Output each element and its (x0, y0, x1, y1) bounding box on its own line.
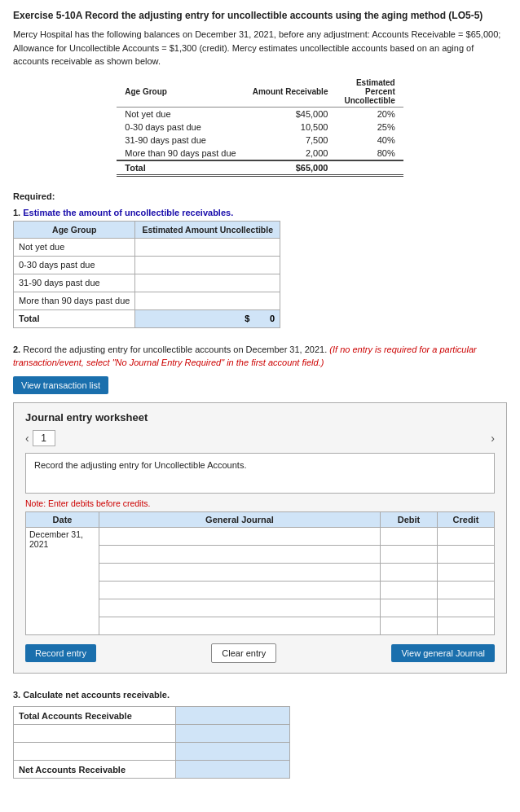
journal-gj-cell[interactable] (99, 581, 381, 599)
journal-gj-cell[interactable] (99, 563, 381, 581)
journal-credit-cell[interactable] (438, 617, 495, 634)
note-text: Note: Enter debits before credits. (25, 498, 495, 508)
aging-amount: 10,500 (245, 121, 337, 134)
journal-col-date: Date (26, 511, 99, 527)
journal-debit-cell[interactable] (381, 563, 438, 581)
est-table-row: More than 90 days past due (14, 292, 280, 309)
net-ar-row: Total Accounts Receivable (14, 707, 290, 725)
clear-entry-button[interactable]: Clear entry (211, 643, 276, 663)
est-age-label: More than 90 days past due (14, 292, 135, 309)
journal-col-credit: Credit (438, 511, 495, 527)
prev-page-arrow[interactable]: ‹ (25, 432, 29, 445)
aging-age-group: More than 90 days past due (117, 147, 244, 160)
journal-gj-cell[interactable] (99, 599, 381, 617)
net-ar-row (14, 743, 290, 761)
est-total-row: Total $ 0 (14, 309, 280, 327)
journal-col-gj: General Journal (99, 511, 381, 527)
aging-age-group: 31-90 days past due (117, 134, 244, 147)
est-uncollectible-table: Age Group Estimated Amount Uncollectible… (13, 221, 280, 328)
aging-table-row: 31-90 days past due 7,500 40% (117, 134, 403, 147)
est-total-label: Total (14, 309, 135, 327)
net-ar-label (14, 743, 176, 761)
step2-text: 2. Record the adjusting entry for uncoll… (13, 343, 507, 370)
aging-percent: 80% (336, 147, 403, 160)
journal-debit-cell[interactable] (381, 599, 438, 617)
est-age-label: Not yet due (14, 238, 135, 256)
view-transaction-list-button[interactable]: View transaction list (13, 376, 108, 394)
net-ar-value[interactable] (176, 743, 290, 761)
aging-percent: 20% (336, 107, 403, 121)
aging-col-group: Age Group (117, 77, 244, 108)
net-ar-value[interactable] (176, 761, 290, 779)
journal-worksheet: Journal entry worksheet ‹ 1 › Record the… (13, 402, 507, 674)
est-amount-input[interactable] (135, 292, 280, 309)
journal-debit-cell[interactable] (381, 545, 438, 563)
aging-percent: 40% (336, 134, 403, 147)
journal-debit-cell[interactable] (381, 617, 438, 634)
aging-total-row: Total $65,000 (117, 160, 403, 176)
record-entry-button[interactable]: Record entry (25, 644, 96, 662)
net-ar-label (14, 725, 176, 743)
aging-table-section: Age Group Amount Receivable EstimatedPer… (13, 77, 507, 177)
nav-row: ‹ 1 › (25, 430, 495, 446)
aging-age-group: Not yet due (117, 107, 244, 121)
est-amount-input[interactable] (135, 274, 280, 292)
aging-amount: 7,500 (245, 134, 337, 147)
intro-text: Mercy Hospital has the following balance… (13, 28, 507, 68)
aging-col-amount: Amount Receivable (245, 77, 337, 108)
journal-date-cell: December 31,2021 (26, 527, 99, 634)
journal-gj-cell[interactable] (99, 527, 381, 545)
journal-debit-cell[interactable] (381, 581, 438, 599)
net-ar-table: Total Accounts Receivable Net Accounts R… (13, 706, 290, 779)
aging-table-row: 0-30 days past due 10,500 25% (117, 121, 403, 134)
instruction-box: Record the adjusting entry for Uncollect… (25, 453, 495, 494)
journal-table: Date General Journal Debit Credit Decemb… (25, 511, 495, 635)
est-age-label: 0-30 days past due (14, 256, 135, 274)
aging-total-amount: $65,000 (245, 160, 337, 176)
journal-button-row: Record entry Clear entry View general Jo… (25, 643, 495, 663)
aging-amount: $45,000 (245, 107, 337, 121)
required-label: Required: (13, 191, 507, 201)
net-ar-value[interactable] (176, 707, 290, 725)
nav-left: ‹ 1 (25, 430, 55, 446)
aging-total-label: Total (117, 160, 244, 176)
journal-credit-cell[interactable] (438, 563, 495, 581)
journal-credit-cell[interactable] (438, 581, 495, 599)
step1-text: Estimate the amount of uncollectible rec… (23, 208, 233, 217)
est-col-group: Age Group (14, 221, 135, 238)
journal-credit-cell[interactable] (438, 599, 495, 617)
journal-credit-cell[interactable] (438, 527, 495, 545)
view-general-journal-button[interactable]: View general Journal (391, 644, 495, 662)
aging-amount: 2,000 (245, 147, 337, 160)
aging-percent: 25% (336, 121, 403, 134)
journal-worksheet-title: Journal entry worksheet (25, 411, 495, 424)
aging-age-group: 0-30 days past due (117, 121, 244, 134)
step3-label: 3. Calculate net accounts receivable. (13, 688, 507, 702)
aging-table: Age Group Amount Receivable EstimatedPer… (117, 77, 403, 177)
journal-credit-cell[interactable] (438, 545, 495, 563)
est-total-value: $ 0 (135, 309, 280, 327)
journal-debit-cell[interactable] (381, 527, 438, 545)
est-table-row: Not yet due (14, 238, 280, 256)
est-age-label: 31-90 days past due (14, 274, 135, 292)
est-table-row: 0-30 days past due (14, 256, 280, 274)
net-ar-row: Net Accounts Receivable (14, 761, 290, 779)
est-table-row: 31-90 days past due (14, 274, 280, 292)
net-ar-value[interactable] (176, 725, 290, 743)
est-amount-input[interactable] (135, 256, 280, 274)
aging-table-row: More than 90 days past due 2,000 80% (117, 147, 403, 160)
aging-table-row: Not yet due $45,000 20% (117, 107, 403, 121)
aging-col-percent: EstimatedPercentUncollectible (336, 77, 403, 108)
est-amount-input[interactable] (135, 238, 280, 256)
next-page-arrow[interactable]: › (491, 432, 495, 445)
journal-table-row: December 31,2021 (26, 527, 495, 545)
net-ar-row (14, 725, 290, 743)
journal-gj-cell[interactable] (99, 617, 381, 634)
page-title: Exercise 5-10A Record the adjusting entr… (13, 10, 507, 21)
instruction-text: Record the adjusting entry for Uncollect… (34, 460, 246, 470)
journal-gj-cell[interactable] (99, 545, 381, 563)
aging-total-percent (336, 160, 403, 176)
net-ar-label: Net Accounts Receivable (14, 761, 176, 779)
est-col-amount: Estimated Amount Uncollectible (135, 221, 280, 238)
journal-col-debit: Debit (381, 511, 438, 527)
